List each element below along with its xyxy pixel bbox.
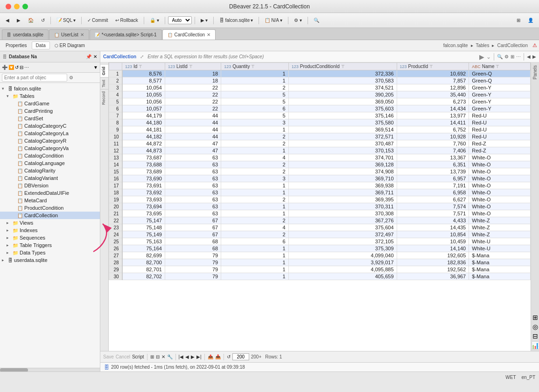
row-count-input[interactable]: 200 xyxy=(232,353,249,360)
add-row-btn[interactable]: ⊞ xyxy=(150,354,154,359)
connection-btn[interactable]: 🗄 falcon.sqlite ▾ xyxy=(217,17,256,24)
cell-qty-3[interactable]: 2 xyxy=(221,84,289,91)
panel-icon-3[interactable]: ⊟ xyxy=(532,332,538,340)
cell-condid-6[interactable]: 375,603 xyxy=(288,105,397,112)
cell-name-14[interactable]: White-O xyxy=(469,161,531,168)
cell-listid-26[interactable]: 68 xyxy=(165,245,221,252)
cell-listid-23[interactable]: 67 xyxy=(165,224,221,231)
minimize-button[interactable] xyxy=(14,4,20,9)
rollback-button[interactable]: ↩ Rollback xyxy=(112,17,140,24)
cell-condid-30[interactable]: 405,659 xyxy=(288,273,397,280)
auto-dropdown[interactable]: Auto xyxy=(168,16,192,24)
user-btn[interactable]: 👤 xyxy=(525,17,536,24)
toolbar-refresh-btn[interactable]: ↺ xyxy=(38,17,48,24)
cell-name-9[interactable]: Red-U xyxy=(469,126,531,133)
cell-listid-20[interactable]: 63 xyxy=(165,203,221,210)
window-controls[interactable] xyxy=(6,4,28,9)
panel-icon-2[interactable]: ◎ xyxy=(532,323,538,330)
cell-prodid-29[interactable]: 192,562 xyxy=(397,266,469,273)
cell-listid-5[interactable]: 22 xyxy=(165,98,221,105)
cell-prodid-3[interactable]: 12,896 xyxy=(397,84,469,91)
cell-prodid-26[interactable]: 14,140 xyxy=(397,245,469,252)
cell-name-11[interactable]: Red-Z xyxy=(469,140,531,147)
close-button[interactable] xyxy=(6,4,11,9)
cell-name-20[interactable]: White-O xyxy=(469,203,531,210)
table-row[interactable]: 8 44,180 44 3 375,580 14,411 Red-U xyxy=(109,119,531,126)
cancel-btn[interactable]: Cancel xyxy=(116,354,130,359)
cell-qty-12[interactable]: 1 xyxy=(221,147,289,154)
cell-condid-10[interactable]: 372,571 xyxy=(288,133,397,140)
cell-prodid-24[interactable]: 10,854 xyxy=(397,231,469,238)
cell-condid-14[interactable]: 369,128 xyxy=(288,161,397,168)
col-qty-filter[interactable]: ⊤ xyxy=(251,64,255,69)
cell-condid-20[interactable]: 370,311 xyxy=(288,203,397,210)
tab-script1[interactable]: 📝 *<userdata.sqlite> Script-1 xyxy=(90,29,162,40)
cell-condid-4[interactable]: 390,205 xyxy=(288,91,397,98)
cell-prodid-1[interactable]: 10,692 xyxy=(397,70,469,77)
sidebar-item-productcondition[interactable]: 📋ProductCondition xyxy=(0,204,100,212)
cell-prodid-2[interactable]: 7,857 xyxy=(397,77,469,84)
cell-prodid-16[interactable]: 6,957 xyxy=(397,175,469,182)
cell-qty-9[interactable]: 1 xyxy=(221,126,289,133)
cell-qty-6[interactable]: 6 xyxy=(221,105,289,112)
cell-qty-10[interactable]: 2 xyxy=(221,133,289,140)
sidebar-item-catalogcategoryla[interactable]: 📋CatalogCategoryLa xyxy=(0,130,100,137)
sidebar-item-cardgame[interactable]: 📋CardGame xyxy=(0,100,100,107)
cell-listid-24[interactable]: 67 xyxy=(165,231,221,238)
cell-id-26[interactable]: 75,164 xyxy=(122,245,165,252)
cell-id-19[interactable]: 73,693 xyxy=(122,196,165,203)
cell-id-25[interactable]: 75,163 xyxy=(122,238,165,245)
cell-condid-19[interactable]: 369,395 xyxy=(288,196,397,203)
sidebar-search-input[interactable] xyxy=(2,74,67,82)
cell-prodid-5[interactable]: 6,273 xyxy=(397,98,469,105)
cell-id-24[interactable]: 75,149 xyxy=(122,231,165,238)
table-row[interactable]: 13 73,687 63 4 374,701 13,367 White-O xyxy=(109,154,531,161)
cell-name-3[interactable]: Green-Y xyxy=(469,84,531,91)
col-id-filter[interactable]: ⊤ xyxy=(139,64,142,69)
cell-name-18[interactable]: White-O xyxy=(469,189,531,196)
cell-qty-16[interactable]: 3 xyxy=(221,175,289,182)
cell-prodid-11[interactable]: 7,760 xyxy=(397,140,469,147)
table-row[interactable]: 19 73,693 63 2 369,395 6,627 White-O xyxy=(109,196,531,203)
cell-qty-4[interactable]: 5 xyxy=(221,91,289,98)
cell-condid-8[interactable]: 375,580 xyxy=(288,119,397,126)
cell-prodid-8[interactable]: 14,411 xyxy=(397,119,469,126)
cell-prodid-15[interactable]: 13,739 xyxy=(397,168,469,175)
cell-id-17[interactable]: 73,691 xyxy=(122,182,165,189)
panels-label[interactable]: Panels xyxy=(532,62,539,83)
cell-listid-2[interactable]: 18 xyxy=(165,77,221,84)
cell-prodid-9[interactable]: 6,752 xyxy=(397,126,469,133)
copy-row-btn[interactable]: ⊟ xyxy=(156,354,160,359)
cell-name-19[interactable]: White-O xyxy=(469,196,531,203)
table-row[interactable]: 25 75,163 68 6 372,105 10,459 White-U xyxy=(109,238,531,245)
tx-mode-btn[interactable]: 🔒 ▾ xyxy=(147,17,162,24)
cell-name-4[interactable]: Green-Y xyxy=(469,91,531,98)
run-btn[interactable]: ▶ ▾ xyxy=(198,17,211,24)
cell-id-20[interactable]: 73,694 xyxy=(122,203,165,210)
sidebar-item-dbversion[interactable]: 📋DBVersion xyxy=(0,182,100,189)
cell-listid-17[interactable]: 63 xyxy=(165,182,221,189)
cell-qty-13[interactable]: 4 xyxy=(221,154,289,161)
cell-prodid-25[interactable]: 10,459 xyxy=(397,238,469,245)
cell-name-28[interactable]: $-Mana xyxy=(469,259,531,266)
cell-prodid-4[interactable]: 35,440 xyxy=(397,91,469,98)
cell-id-30[interactable]: 82,702 xyxy=(122,273,165,280)
nav-prev-btn[interactable]: ◀ xyxy=(185,354,189,359)
cell-prodid-21[interactable]: 7,571 xyxy=(397,210,469,217)
col-condid-filter[interactable]: ⊤ xyxy=(341,64,345,69)
cell-listid-30[interactable]: 79 xyxy=(165,273,221,280)
tab-cardcollection-close[interactable]: ✕ xyxy=(207,32,210,37)
cell-listid-11[interactable]: 47 xyxy=(165,140,221,147)
cell-id-1[interactable]: 8,576 xyxy=(122,70,165,77)
refresh-count-btn[interactable]: ↺ xyxy=(227,354,231,359)
col-qty[interactable]: 123Quantity⊤ xyxy=(221,63,289,70)
cell-condid-7[interactable]: 375,146 xyxy=(288,112,397,119)
cell-name-15[interactable]: White-O xyxy=(469,168,531,175)
cell-prodid-20[interactable]: 7,574 xyxy=(397,203,469,210)
cell-prodid-10[interactable]: 10,928 xyxy=(397,133,469,140)
script-btn[interactable]: Script xyxy=(132,354,144,359)
import-btn[interactable]: 📥 xyxy=(215,354,221,359)
cell-id-9[interactable]: 44,181 xyxy=(122,126,165,133)
cell-name-5[interactable]: Green-Y xyxy=(469,98,531,105)
col-listid[interactable]: 123ListId⊤ xyxy=(165,63,221,70)
